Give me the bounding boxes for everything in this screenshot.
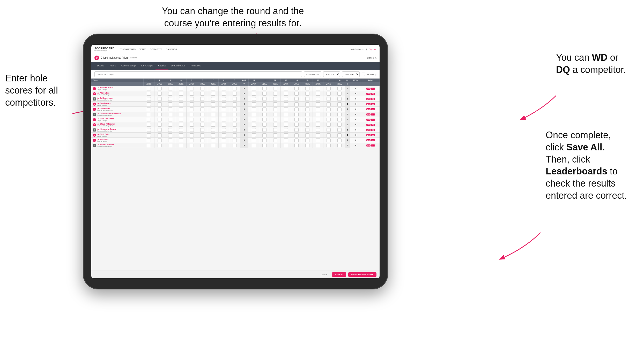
hole-3-input[interactable] <box>168 113 172 116</box>
hole-17-input[interactable] <box>327 102 331 106</box>
hole-10-input[interactable] <box>252 102 256 106</box>
hole-8-input[interactable] <box>222 92 226 96</box>
hole-2-input[interactable] <box>158 128 162 132</box>
nav-committee[interactable]: COMMITTEE <box>150 48 162 50</box>
hole-14-input[interactable] <box>294 92 299 96</box>
hole-15-input[interactable] <box>305 118 309 121</box>
hole-18-input[interactable] <box>337 87 342 90</box>
hole-6-input[interactable] <box>200 118 204 121</box>
hole-17-input[interactable] <box>327 144 331 147</box>
cancel-header-button[interactable]: Cancel X <box>367 57 376 59</box>
hole-16-input[interactable] <box>316 133 320 137</box>
hole-18-input[interactable] <box>337 113 342 116</box>
hole-17-input[interactable] <box>327 92 331 96</box>
wd-button[interactable]: WD <box>366 129 371 131</box>
hole-8-input[interactable] <box>222 97 226 101</box>
hole-3-input[interactable] <box>168 133 172 137</box>
nav-tournaments[interactable]: TOURNAMENTS <box>120 48 136 50</box>
hole-16-input[interactable] <box>316 123 320 127</box>
tab-tee-groups[interactable]: Tee Groups <box>138 62 156 70</box>
hole-7-input[interactable] <box>211 113 215 116</box>
hole-9-input[interactable] <box>233 107 237 111</box>
hole-14-input[interactable] <box>294 118 299 121</box>
wd-button[interactable]: WD <box>366 124 371 126</box>
hole-12-input[interactable] <box>273 144 277 147</box>
hole-7-input[interactable] <box>211 128 215 132</box>
hole-9-input[interactable] <box>233 144 237 147</box>
hole-6-input[interactable] <box>200 113 204 116</box>
hole-2-input[interactable] <box>158 144 162 147</box>
hole-13-input[interactable] <box>284 92 288 96</box>
hole-4-input[interactable] <box>179 128 183 132</box>
cancel-footer-button[interactable]: Cancel <box>318 272 330 277</box>
hole-2-input[interactable] <box>158 139 162 142</box>
hole-13-input[interactable] <box>284 113 288 116</box>
hole-13-input[interactable] <box>284 133 288 137</box>
hole-18-input[interactable] <box>337 97 342 101</box>
wd-button[interactable]: WD <box>366 98 371 100</box>
tab-printables[interactable]: Printables <box>188 62 203 70</box>
hole-14-input[interactable] <box>294 97 299 101</box>
hole-12-input[interactable] <box>273 133 277 137</box>
hole-5-input[interactable] <box>190 113 194 116</box>
hole-10-input[interactable] <box>252 128 256 132</box>
hole-3-input[interactable] <box>168 102 172 106</box>
hole-18-input[interactable] <box>337 118 342 121</box>
tab-course-setup[interactable]: Course Setup <box>119 62 138 70</box>
hole-17-input[interactable] <box>327 139 331 142</box>
hole-3-input[interactable] <box>168 144 172 147</box>
hole-8-input[interactable] <box>222 139 226 142</box>
hole-5-input[interactable] <box>190 92 194 96</box>
hole-1-input[interactable] <box>147 92 151 96</box>
hole-10-input[interactable] <box>252 107 256 111</box>
hole-4-input[interactable] <box>179 87 183 90</box>
hole-16-input[interactable] <box>316 128 320 132</box>
hole-13-input[interactable] <box>284 118 288 121</box>
hole-3-input[interactable] <box>168 87 172 90</box>
tab-teams[interactable]: Teams <box>107 62 119 70</box>
dq-button[interactable]: DQ <box>371 103 375 105</box>
dq-button[interactable]: DQ <box>371 93 375 95</box>
hole-15-input[interactable] <box>305 87 309 90</box>
hole-9-input[interactable] <box>233 97 237 101</box>
dq-button[interactable]: DQ <box>371 144 375 147</box>
hole-15-input[interactable] <box>305 102 309 106</box>
wd-button[interactable]: WD <box>366 119 371 121</box>
wd-button[interactable]: WD <box>366 134 371 136</box>
hole-13-input[interactable] <box>284 102 288 106</box>
hole-10-input[interactable] <box>252 92 256 96</box>
hole-15-input[interactable] <box>305 113 309 116</box>
hole-3-input[interactable] <box>168 92 172 96</box>
hole-6-input[interactable] <box>200 97 204 101</box>
hole-1-input[interactable] <box>147 144 151 147</box>
hole-17-input[interactable] <box>327 87 331 90</box>
hole-7-input[interactable] <box>211 118 215 121</box>
hole-7-input[interactable] <box>211 139 215 142</box>
wd-button[interactable]: WD <box>366 88 371 90</box>
hole-9-input[interactable] <box>233 118 237 121</box>
hole-11-input[interactable] <box>262 139 267 142</box>
hole-14-input[interactable] <box>294 113 299 116</box>
hole-6-input[interactable] <box>200 139 204 142</box>
hole-8-input[interactable] <box>222 128 226 132</box>
hole-17-input[interactable] <box>327 123 331 127</box>
dq-button[interactable]: DQ <box>371 88 375 90</box>
hole-14-input[interactable] <box>294 87 299 90</box>
hole-11-input[interactable] <box>262 123 267 127</box>
hole-2-input[interactable] <box>158 107 162 111</box>
search-input[interactable] <box>94 71 302 77</box>
hole-16-input[interactable] <box>316 92 320 96</box>
hole-7-input[interactable] <box>211 133 215 137</box>
hole-9-input[interactable] <box>233 92 237 96</box>
hole-8-input[interactable] <box>222 144 226 147</box>
hole-11-input[interactable] <box>262 92 267 96</box>
hole-11-input[interactable] <box>262 144 267 147</box>
hole-18-input[interactable] <box>337 102 342 106</box>
tab-leaderboards[interactable]: Leaderboards <box>168 62 188 70</box>
hole-1-input[interactable] <box>147 107 151 111</box>
hole-6-input[interactable] <box>200 102 204 106</box>
hole-12-input[interactable] <box>273 107 277 111</box>
hole-12-input[interactable] <box>273 113 277 116</box>
hole-7-input[interactable] <box>211 87 215 90</box>
hole-9-input[interactable] <box>233 87 237 90</box>
